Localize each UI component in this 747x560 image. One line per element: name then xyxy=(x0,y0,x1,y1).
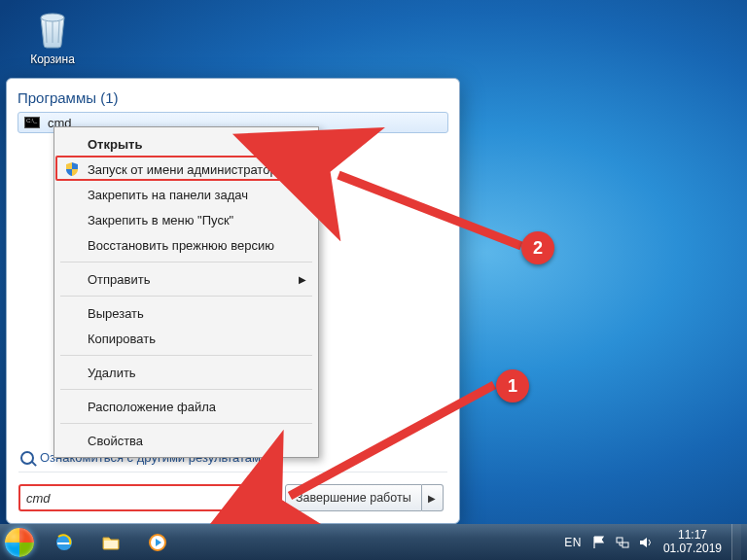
svg-rect-4 xyxy=(104,541,118,548)
taskbar: EN 11:17 01.07.2019 xyxy=(0,524,747,560)
svg-rect-7 xyxy=(617,538,622,542)
ctx-pin-taskbar[interactable]: Закрепить на панели задач xyxy=(56,182,316,207)
ctx-sep xyxy=(60,262,312,262)
search-input[interactable] xyxy=(26,491,256,506)
ctx-copy[interactable]: Копировать xyxy=(56,326,316,351)
uac-shield-icon xyxy=(64,161,80,177)
shutdown-options-arrow[interactable]: ▶ xyxy=(422,484,444,511)
ctx-sep xyxy=(60,423,312,424)
ctx-send-to[interactable]: Отправить▶ xyxy=(56,266,316,292)
submenu-arrow-icon: ▶ xyxy=(299,274,306,285)
annotation-marker-2: 2 xyxy=(521,231,554,264)
clear-search-icon[interactable]: × xyxy=(256,490,267,506)
taskbar-ie[interactable] xyxy=(43,528,86,557)
desktop: Корзина Программы (1) cmd Ознакомиться с… xyxy=(0,0,747,560)
ctx-restore-version[interactable]: Восстановить прежнюю версию xyxy=(56,232,316,258)
results-header: Программы (1) xyxy=(18,89,448,106)
svg-point-0 xyxy=(41,14,64,21)
tray-network-icon[interactable] xyxy=(615,535,630,550)
tray-date: 01.07.2019 xyxy=(663,542,722,556)
annotation-marker-1: 1 xyxy=(496,369,529,402)
ctx-cut[interactable]: Вырезать xyxy=(56,300,316,326)
ie-icon xyxy=(54,533,74,552)
recycle-bin-label: Корзина xyxy=(18,52,88,66)
tray-volume-icon[interactable] xyxy=(638,535,654,550)
shutdown-button[interactable]: Завершение работы xyxy=(285,484,422,511)
ctx-file-location[interactable]: Расположение файла xyxy=(56,394,316,419)
ctx-sep xyxy=(60,389,312,390)
desktop-icon-recycle-bin[interactable]: Корзина xyxy=(18,4,88,66)
windows-orb-icon xyxy=(5,528,34,557)
ctx-sep xyxy=(60,296,312,297)
taskbar-media-player[interactable] xyxy=(136,528,179,557)
shutdown-split-button[interactable]: Завершение работы ▶ xyxy=(285,484,444,511)
ctx-pin-start[interactable]: Закрепить в меню "Пуск" xyxy=(56,207,316,232)
ctx-open[interactable]: Открыть xyxy=(56,131,316,157)
divider xyxy=(18,472,447,472)
start-button[interactable] xyxy=(0,524,39,560)
ctx-run-as-admin[interactable]: Запуск от имени администратора xyxy=(56,157,316,182)
folder-icon xyxy=(101,533,121,552)
ctx-delete[interactable]: Удалить xyxy=(56,360,316,385)
system-tray: EN 11:17 01.07.2019 xyxy=(564,524,747,560)
tray-language[interactable]: EN xyxy=(564,536,582,549)
tray-clock[interactable]: 11:17 01.07.2019 xyxy=(663,529,722,556)
tray-time: 11:17 xyxy=(663,529,722,542)
context-menu: Открыть Запуск от имени администратора З… xyxy=(53,126,319,458)
ctx-sep xyxy=(60,355,312,356)
taskbar-explorer[interactable] xyxy=(89,528,132,557)
tray-flag-icon[interactable] xyxy=(591,535,607,550)
recycle-bin-icon xyxy=(29,4,76,51)
search-icon xyxy=(20,451,34,465)
search-box[interactable]: × xyxy=(18,484,275,511)
cmd-icon xyxy=(24,117,40,128)
ctx-properties[interactable]: Свойства xyxy=(56,428,316,453)
show-desktop-button[interactable] xyxy=(731,524,741,560)
svg-rect-8 xyxy=(622,542,628,547)
wmp-icon xyxy=(148,533,167,552)
